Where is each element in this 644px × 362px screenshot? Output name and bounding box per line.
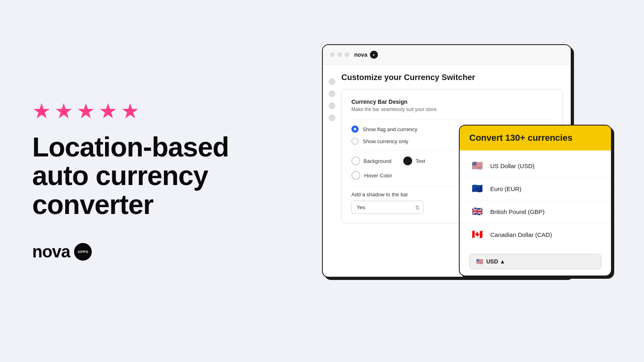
flag-cad: 🇨🇦 [469, 229, 485, 240]
star-4: ★ [99, 101, 118, 121]
sidebar-dot-1 [329, 78, 335, 85]
hover-swatch[interactable] [351, 171, 360, 180]
divider-1 [351, 119, 553, 120]
currency-name-usd: US Dollar (USD) [490, 162, 535, 169]
star-5: ★ [121, 101, 140, 121]
currency-bar[interactable]: 🇺🇸 USD ▲ [469, 254, 601, 269]
card-title: Currency Bar Design [351, 99, 553, 105]
dot-minimize [337, 52, 342, 57]
flag-usd: 🇺🇸 [469, 160, 485, 171]
right-panel: nova ● Customize your Currency Switcher … [322, 44, 612, 318]
currency-item-gbp[interactable]: 🇬🇧 British Pound (GBP) [460, 200, 611, 223]
nova-favicon: ● [370, 51, 378, 59]
background-label: Background [363, 158, 391, 164]
currency-card-header: Convert 130+ currencies [460, 125, 611, 150]
sidebar-dot-3 [329, 103, 335, 109]
star-3: ★ [76, 101, 95, 121]
background-color-option[interactable]: Background [351, 156, 391, 165]
currency-name-gbp: British Pound (GBP) [490, 208, 545, 215]
background-swatch[interactable] [351, 156, 360, 165]
hover-label: Hover Color [364, 173, 392, 179]
radio-currency-only-label: Show currency only [363, 138, 408, 144]
url-text: nova [354, 51, 367, 58]
star-rating: ★ ★ ★ ★ ★ [32, 101, 242, 121]
currency-converter-card: Convert 130+ currencies 🇺🇸 US Dollar (US… [459, 125, 612, 276]
bar-currency-text: USD ▲ [486, 258, 505, 265]
logo-wordmark: nova [32, 242, 70, 261]
radio-flag-label: Show flag and currency [363, 126, 417, 132]
currency-name-cad: Canadian Dollar (CAD) [490, 231, 552, 238]
flag-bar-usd: 🇺🇸 [476, 258, 483, 265]
currency-item-cad[interactable]: 🇨🇦 Canadian Dollar (CAD) [460, 223, 611, 246]
currency-item-eur[interactable]: 🇪🇺 Euro (EUR) [460, 177, 611, 200]
text-swatch[interactable] [403, 156, 412, 165]
flag-eur: 🇪🇺 [469, 183, 485, 194]
text-label: Text [415, 158, 425, 164]
currency-item-usd[interactable]: 🇺🇸 US Dollar (USD) [460, 154, 611, 177]
flag-gbp: 🇬🇧 [469, 206, 485, 217]
text-color-option[interactable]: Text [403, 156, 425, 165]
currency-list: 🇺🇸 US Dollar (USD) 🇪🇺 Euro (EUR) 🇬🇧 Brit… [460, 150, 611, 250]
star-2: ★ [54, 101, 73, 121]
shadow-select[interactable]: Yes No [351, 201, 424, 214]
badge-text: apps [78, 250, 89, 254]
sidebar-dot-2 [329, 90, 335, 97]
browser-titlebar: nova ● [323, 45, 571, 65]
headline-text: Location-based auto currency converter [32, 133, 242, 219]
card-subtitle: Make the bar seamlessly suit your store. [351, 107, 553, 112]
dot-maximize [345, 52, 349, 57]
sidebar-dots [327, 73, 337, 268]
dot-close [330, 52, 335, 57]
nova-logo: nova apps [32, 242, 242, 261]
window-controls [330, 52, 349, 57]
sidebar-dot-4 [329, 115, 335, 121]
logo-badge: apps [74, 243, 92, 261]
url-bar: nova ● [354, 51, 378, 59]
left-panel: ★ ★ ★ ★ ★ Location-based auto currency c… [32, 101, 242, 261]
currency-name-eur: Euro (EUR) [490, 185, 522, 192]
radio-currency-only[interactable] [351, 138, 359, 145]
star-1: ★ [32, 101, 51, 121]
radio-flag-currency[interactable] [351, 125, 359, 133]
page-title: Customize your Currency Switcher [341, 73, 563, 82]
shadow-select-wrapper[interactable]: Yes No ⇅ [351, 201, 424, 214]
